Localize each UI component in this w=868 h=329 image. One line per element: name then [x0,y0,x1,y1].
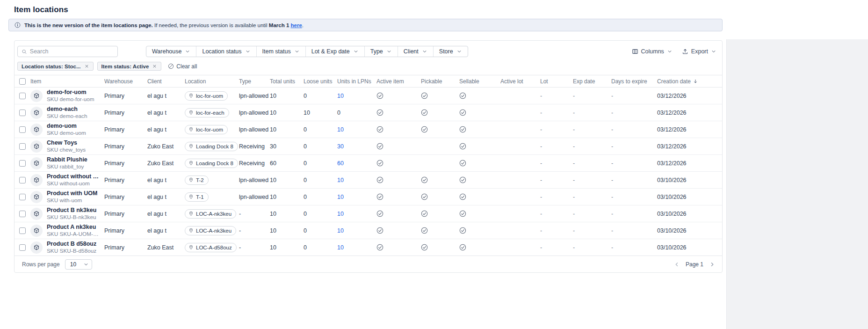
column-header-sellable[interactable]: Sellable [459,78,500,85]
item-name[interactable]: Product A nk3keu [47,224,101,231]
rows-per-page-select[interactable]: 10 [65,259,92,270]
row-checkbox[interactable] [19,143,26,150]
row-checkbox[interactable] [19,126,26,133]
table-row[interactable]: demo-uomSKU demo-uomPrimaryel agu tloc-f… [14,121,722,138]
column-header-lot[interactable]: Lot [540,78,573,85]
location-chip[interactable]: LOC-A-d58ouz [185,243,237,252]
previous-version-link[interactable]: here [291,22,302,28]
column-header-type[interactable]: Type [239,78,270,85]
cell-units-in-lpns: 60 [337,160,376,167]
remove-chip-icon[interactable] [152,64,157,69]
column-header-item[interactable]: Item [30,78,104,85]
item-name[interactable]: demo-for-uom [47,89,94,96]
units-in-lpns-link[interactable]: 10 [337,177,344,183]
pickable-check-icon [421,193,428,200]
units-in-lpns-link[interactable]: 10 [337,227,344,234]
filter-warehouse-dropdown[interactable]: Warehouse [146,46,196,57]
table-row[interactable]: Rabbit PlushieSKU rabbit_toyPrimaryZuko … [14,155,722,172]
column-header-active-lot[interactable]: Active lot [500,78,540,85]
item-name[interactable]: Rabbit Plushie [47,156,87,163]
column-header-location[interactable]: Location [185,78,239,85]
column-header-active-item[interactable]: Active item [376,78,421,85]
column-header-warehouse[interactable]: Warehouse [104,78,147,85]
units-in-lpns-link[interactable]: 10 [337,244,344,251]
column-header-exp-date[interactable]: Exp date [573,78,611,85]
location-chip[interactable]: LOC-A-nk3keu [185,226,236,235]
row-checkbox[interactable] [19,244,26,251]
export-button[interactable]: Export [682,48,716,55]
cell-total-units: 10 [270,227,304,234]
row-checkbox[interactable] [19,227,26,234]
item-sku: SKU SKU-B-nk3keu [47,214,96,220]
location-chip[interactable]: loc-for-uom [185,91,228,101]
table-row[interactable]: demo-for-uomSKU demo-for-uomPrimaryel ag… [14,88,722,104]
table-row[interactable]: Product B nk3keuSKU SKU-B-nk3keuPrimarye… [14,205,722,222]
table-row[interactable]: Product A nk3keuSKU SKU-A-UOM-nk3keuPrim… [14,222,722,239]
filter-group: WarehouseLocation statusItem statusLot &… [146,46,468,57]
item-name[interactable]: Product without UOM [47,173,101,180]
location-chip[interactable]: Loading Dock 8 [185,142,238,151]
column-header-client[interactable]: Client [147,78,185,85]
location-chip[interactable]: LOC-A-nk3keu [185,209,236,219]
units-in-lpns-link[interactable]: 10 [337,194,344,200]
units-in-lpns-link[interactable]: 30 [337,143,344,150]
column-header-creation-date[interactable]: Creation date [657,78,722,85]
filter-store-dropdown[interactable]: Store [433,46,468,57]
item-name[interactable]: Product with UOM [47,190,97,197]
item-cube-icon [33,93,40,99]
next-page-button[interactable] [709,261,716,268]
item-name[interactable]: demo-uom [47,123,86,130]
table-row[interactable]: Product B d58ouzSKU SKU-B-d58ouzPrimaryZ… [14,239,722,256]
item-name[interactable]: Product B nk3keu [47,207,96,214]
row-checkbox[interactable] [19,160,26,167]
row-checkbox[interactable] [19,110,26,116]
location-chip[interactable]: loc-for-each [185,108,229,117]
table-row[interactable]: Product without UOMSKU without-uomPrimar… [14,172,722,189]
cell-loose-units: 0 [304,177,337,183]
column-header-loose-units[interactable]: Loose units [304,78,337,85]
table-row[interactable]: demo-eachSKU demo-eachPrimaryel agu tloc… [14,104,722,121]
select-all-checkbox[interactable] [19,78,26,85]
cell-days-to-expire: - [611,211,657,217]
row-checkbox[interactable] [19,93,26,99]
filter-lot-exp-date-dropdown[interactable]: Lot & Exp date [305,46,364,57]
clear-all-button[interactable]: Clear all [168,63,197,70]
search-input[interactable] [30,48,114,55]
cell-days-to-expire: - [611,227,657,234]
search-box[interactable] [17,46,118,57]
column-header-days-to-expire[interactable]: Days to expire [611,78,657,85]
filter-location-status-dropdown[interactable]: Location status [196,46,256,57]
units-in-lpns-link[interactable]: 10 [337,211,344,217]
units-in-lpns-link[interactable]: 10 [337,126,344,133]
column-header-pickable[interactable]: Pickable [421,78,459,85]
columns-button[interactable]: Columns [632,48,673,55]
item-name[interactable]: Product B d58ouz [47,241,96,248]
location-chip[interactable]: T-1 [185,192,209,202]
filter-type-dropdown[interactable]: Type [364,46,398,57]
location-chip[interactable]: Loading Dock 8 [185,159,238,168]
cell-lot: - [540,160,573,167]
units-in-lpns-link[interactable]: 60 [337,160,344,167]
column-header-total-units[interactable]: Total units [270,78,304,85]
previous-page-button[interactable] [673,261,680,268]
column-header-units-in-lpns[interactable]: Units in LPNs [337,78,376,85]
filter-item-status-dropdown[interactable]: Item status [256,46,305,57]
item-name[interactable]: demo-each [47,106,87,113]
table-row[interactable]: Product with UOMSKU with-uomPrimaryel ag… [14,189,722,205]
table-row[interactable]: Chew ToysSKU chew_toysPrimaryZuko EastLo… [14,138,722,155]
item-name[interactable]: Chew Toys [47,139,86,146]
row-checkbox[interactable] [19,211,26,217]
location-chip[interactable]: loc-for-uom [185,125,228,134]
filter-client-dropdown[interactable]: Client [398,46,433,57]
remove-chip-icon[interactable] [84,64,89,69]
row-checkbox[interactable] [19,177,26,183]
location-chip[interactable]: T-2 [185,175,209,185]
cell-loose-units: 0 [304,244,337,251]
active-item-check-icon [376,227,383,234]
cell-pickable [421,176,459,183]
pickable-check-icon [421,126,428,133]
toolbar: WarehouseLocation statusItem statusLot &… [14,41,722,57]
row-checkbox[interactable] [19,194,26,200]
units-in-lpns-link[interactable]: 10 [337,93,344,99]
item-cube-icon [33,194,40,200]
